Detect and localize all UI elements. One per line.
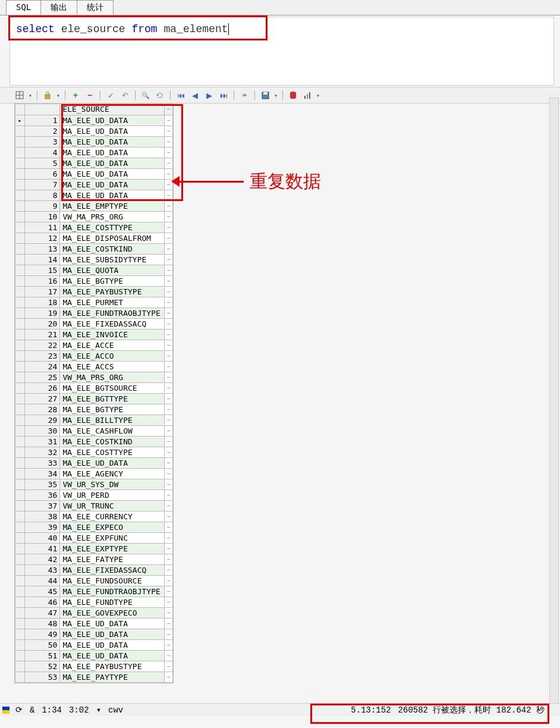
table-row[interactable]: 37VW_UR_TRUNC⋯ <box>15 500 173 511</box>
table-row[interactable]: 49MA_ELE_UD_DATA⋯ <box>15 629 173 639</box>
cell-ele-source[interactable]: MA_ELE_CASHFLOW <box>60 425 165 436</box>
cell-more-icon[interactable]: ⋯ <box>165 211 173 222</box>
cell-more-icon[interactable]: ⋯ <box>165 254 173 265</box>
cell-ele-source[interactable]: MA_ELE_BGTSOURCE <box>60 382 165 393</box>
cell-ele-source[interactable]: MA_ELE_EMPTYPE <box>60 200 165 211</box>
more-columns-icon[interactable]: ⋯ <box>165 104 173 115</box>
cell-ele-source[interactable]: MA_ELE_AGENCY <box>60 468 165 479</box>
table-row[interactable]: 34MA_ELE_AGENCY⋯ <box>15 468 173 479</box>
cell-ele-source[interactable]: MA_ELE_PAYBUSTYPE <box>60 286 165 297</box>
table-row[interactable]: 41MA_ELE_EXPTYPE⋯ <box>15 543 173 554</box>
refresh-icon[interactable] <box>155 90 165 101</box>
cell-more-icon[interactable]: ⋯ <box>165 597 173 607</box>
table-row[interactable]: 19MA_ELE_FUNDTRAOBJTYPE⋯ <box>15 307 173 318</box>
cell-more-icon[interactable]: ⋯ <box>165 350 173 361</box>
table-row[interactable]: 6MA_ELE_UD_DATA⋯ <box>15 168 173 179</box>
table-row[interactable]: 52MA_ELE_PAYBUSTYPE⋯ <box>15 661 173 671</box>
table-row[interactable]: 46MA_ELE_FUNDTYPE⋯ <box>15 597 173 607</box>
table-row[interactable]: 22MA_ELE_ACCE⋯ <box>15 340 173 350</box>
chart-icon[interactable] <box>302 90 313 101</box>
table-row[interactable]: 25VW_MA_PRS_ORG⋯ <box>15 372 173 382</box>
cell-ele-source[interactable]: MA_ELE_CURRENCY <box>60 511 165 522</box>
cell-more-icon[interactable]: ⋯ <box>165 382 173 393</box>
cell-ele-source[interactable]: VW_MA_PRS_ORG <box>60 211 165 222</box>
cell-ele-source[interactable]: MA_ELE_UD_DATA <box>60 115 165 125</box>
table-row[interactable]: 32MA_ELE_COSTTYPE⋯ <box>15 447 173 457</box>
cell-ele-source[interactable]: MA_ELE_UD_DATA <box>60 158 165 168</box>
cell-ele-source[interactable]: MA_ELE_FUNDSOURCE <box>60 575 165 586</box>
cell-more-icon[interactable]: ⋯ <box>165 265 173 275</box>
cell-ele-source[interactable]: MA_ELE_INVOICE <box>60 329 165 340</box>
link-icon[interactable]: ⚭ <box>239 90 250 101</box>
cell-more-icon[interactable]: ⋯ <box>165 639 173 650</box>
db-icon[interactable] <box>288 90 298 101</box>
table-row[interactable]: 14MA_ELE_SUBSIDYTYPE⋯ <box>15 254 173 265</box>
delete-row-icon[interactable]: − <box>84 90 95 101</box>
cell-ele-source[interactable]: MA_ELE_UD_DATA <box>60 125 165 136</box>
table-row[interactable]: 10VW_MA_PRS_ORG⋯ <box>15 211 173 222</box>
grid-icon[interactable] <box>14 90 25 101</box>
cell-more-icon[interactable]: ⋯ <box>165 607 173 618</box>
cell-more-icon[interactable]: ⋯ <box>165 629 173 639</box>
cell-more-icon[interactable]: ⋯ <box>165 307 173 318</box>
cell-more-icon[interactable]: ⋯ <box>165 233 173 243</box>
table-row[interactable]: 29MA_ELE_BILLTYPE⋯ <box>15 415 173 425</box>
cell-more-icon[interactable]: ⋯ <box>165 243 173 254</box>
cell-more-icon[interactable]: ⋯ <box>165 361 173 372</box>
cell-more-icon[interactable]: ⋯ <box>165 457 173 468</box>
cell-ele-source[interactable]: MA_ELE_PAYTYPE <box>60 671 165 682</box>
cell-ele-source[interactable]: MA_ELE_ACCO <box>60 350 165 361</box>
table-row[interactable]: 20MA_ELE_FIXEDASSACQ⋯ <box>15 318 173 329</box>
cell-ele-source[interactable]: MA_ELE_UD_DATA <box>60 457 165 468</box>
table-row[interactable]: 18MA_ELE_PURMET⋯ <box>15 297 173 307</box>
cell-ele-source[interactable]: VW_UR_SYS_DW <box>60 479 165 489</box>
table-row[interactable]: 40MA_ELE_EXPFUNC⋯ <box>15 532 173 543</box>
nav-next-icon[interactable]: ▶ <box>204 90 215 101</box>
table-row[interactable]: 8MA_ELE_UD_DATA⋯ <box>15 190 173 200</box>
cell-ele-source[interactable]: MA_ELE_FUNDTYPE <box>60 597 165 607</box>
lock-icon[interactable] <box>42 90 53 101</box>
table-row[interactable]: 31MA_ELE_COSTKIND⋯ <box>15 436 173 447</box>
cell-more-icon[interactable]: ⋯ <box>165 532 173 543</box>
cell-more-icon[interactable]: ⋯ <box>165 489 173 500</box>
table-row[interactable]: 28MA_ELE_BGTYPE⋯ <box>15 404 173 415</box>
cell-ele-source[interactable]: VW_UR_PERD <box>60 489 165 500</box>
table-row[interactable]: 11MA_ELE_COSTTYPE⋯ <box>15 222 173 233</box>
table-row[interactable]: 4MA_ELE_UD_DATA⋯ <box>15 147 173 158</box>
cell-more-icon[interactable]: ⋯ <box>165 372 173 382</box>
cell-ele-source[interactable]: MA_ELE_BGTTYPE <box>60 393 165 404</box>
cell-more-icon[interactable]: ⋯ <box>165 286 173 297</box>
tab-stats[interactable]: 统计 <box>77 0 114 15</box>
cell-ele-source[interactable]: MA_ELE_UD_DATA <box>60 650 165 661</box>
cell-more-icon[interactable]: ⋯ <box>165 661 173 671</box>
cell-ele-source[interactable]: MA_ELE_EXPECO <box>60 522 165 532</box>
nav-last-icon[interactable]: ⏭ <box>218 90 229 101</box>
cell-more-icon[interactable]: ⋯ <box>165 522 173 532</box>
cell-more-icon[interactable]: ⋯ <box>165 586 173 597</box>
table-row[interactable]: 48MA_ELE_UD_DATA⋯ <box>15 618 173 629</box>
cell-more-icon[interactable]: ⋯ <box>165 511 173 522</box>
cell-more-icon[interactable]: ⋯ <box>165 158 173 168</box>
table-row[interactable]: 39MA_ELE_EXPECO⋯ <box>15 522 173 532</box>
cell-ele-source[interactable]: MA_ELE_COSTKIND <box>60 436 165 447</box>
cell-ele-source[interactable]: MA_ELE_BGTYPE <box>60 275 165 286</box>
cell-more-icon[interactable]: ⋯ <box>165 436 173 447</box>
cell-ele-source[interactable]: MA_ELE_FIXEDASSACQ <box>60 564 165 575</box>
cell-more-icon[interactable]: ⋯ <box>165 147 173 158</box>
cell-more-icon[interactable]: ⋯ <box>165 275 173 286</box>
cell-ele-source[interactable]: MA_ELE_SUBSIDYTYPE <box>60 254 165 265</box>
cell-more-icon[interactable]: ⋯ <box>165 671 173 682</box>
cell-ele-source[interactable]: MA_ELE_UD_DATA <box>60 147 165 158</box>
table-row[interactable]: 24MA_ELE_ACCS⋯ <box>15 361 173 372</box>
tab-output[interactable]: 输出 <box>40 0 77 15</box>
cell-more-icon[interactable]: ⋯ <box>165 200 173 211</box>
cell-more-icon[interactable]: ⋯ <box>165 190 173 200</box>
nav-prev-icon[interactable]: ◀ <box>190 90 200 101</box>
table-row[interactable]: 23MA_ELE_ACCO⋯ <box>15 350 173 361</box>
cell-more-icon[interactable]: ⋯ <box>165 650 173 661</box>
cell-ele-source[interactable]: MA_ELE_COSTTYPE <box>60 222 165 233</box>
cell-more-icon[interactable]: ⋯ <box>165 136 173 147</box>
table-row[interactable]: 21MA_ELE_INVOICE⋯ <box>15 329 173 340</box>
cell-ele-source[interactable]: MA_ELE_GOVEXPECO <box>60 607 165 618</box>
table-row[interactable]: 13MA_ELE_COSTKIND⋯ <box>15 243 173 254</box>
